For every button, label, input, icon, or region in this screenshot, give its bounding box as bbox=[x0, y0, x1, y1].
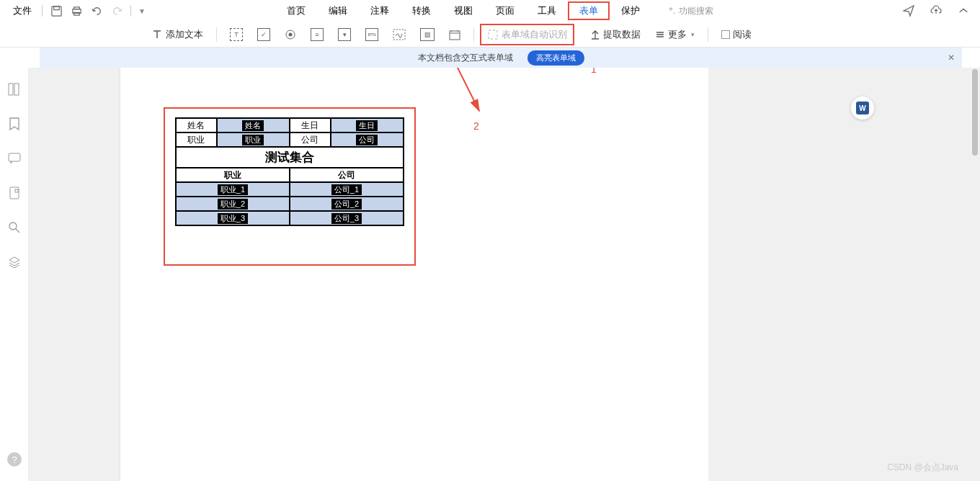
add-text-tool[interactable]: 添加文本 bbox=[144, 25, 210, 44]
text-field[interactable]: 姓名 bbox=[242, 120, 264, 131]
table-row: 职业_2 公司_2 bbox=[176, 197, 404, 211]
search-placeholder: 功能搜索 bbox=[679, 5, 713, 17]
layers-icon[interactable] bbox=[7, 255, 22, 269]
text-field[interactable]: 公司_3 bbox=[331, 213, 362, 224]
tab-convert[interactable]: 转换 bbox=[401, 1, 442, 20]
svg-rect-11 bbox=[14, 84, 19, 95]
checkbox-icon bbox=[721, 30, 730, 39]
text-icon bbox=[151, 29, 163, 40]
button-icon: BTN bbox=[365, 28, 378, 41]
tab-form[interactable]: 表单 bbox=[568, 1, 610, 20]
table-row: 职业_1 公司_1 bbox=[176, 182, 404, 197]
signature-tool[interactable] bbox=[386, 26, 413, 43]
word-icon: W bbox=[856, 102, 869, 114]
label: 生日 bbox=[301, 120, 318, 130]
form-area-highlight: 姓名 姓名 生日 生日 职业 职业 公司 公司 测试集合 bbox=[164, 107, 416, 266]
text-field[interactable]: 职业_3 bbox=[218, 213, 248, 224]
quick-access-dropdown[interactable]: ▼ bbox=[138, 7, 146, 15]
text-field[interactable]: 职业 bbox=[242, 135, 264, 145]
undo-icon[interactable] bbox=[87, 1, 106, 20]
table-row: 职业_3 公司_3 bbox=[176, 211, 404, 225]
image-tool[interactable]: ▨ bbox=[413, 25, 442, 44]
close-icon[interactable]: ✕ bbox=[948, 53, 955, 63]
upload-icon bbox=[590, 30, 600, 40]
tab-protect[interactable]: 保护 bbox=[610, 1, 651, 20]
text-field[interactable]: 公司 bbox=[356, 135, 378, 145]
comment-icon[interactable] bbox=[7, 151, 22, 166]
text-field[interactable]: 生日 bbox=[356, 120, 378, 131]
watermark: CSDN @会点Java bbox=[887, 462, 958, 474]
svg-rect-13 bbox=[10, 187, 19, 199]
date-tool[interactable] bbox=[442, 26, 468, 43]
svg-point-6 bbox=[289, 32, 293, 36]
extract-data-button[interactable]: 提取数据 bbox=[583, 25, 648, 44]
save-icon[interactable] bbox=[47, 1, 66, 20]
more-icon bbox=[655, 30, 665, 40]
svg-rect-0 bbox=[51, 6, 61, 15]
redo-icon[interactable] bbox=[107, 1, 126, 20]
thumbnail-icon[interactable] bbox=[7, 82, 22, 96]
sparkle-icon bbox=[666, 6, 676, 16]
text-field-tool[interactable]: T bbox=[223, 25, 250, 44]
export-word-button[interactable]: W bbox=[851, 96, 874, 120]
file-menu[interactable]: 文件 bbox=[7, 4, 37, 17]
table-row: 姓名 姓名 生日 生日 bbox=[176, 118, 404, 132]
text-field[interactable]: 职业_2 bbox=[218, 199, 248, 210]
column-header: 职业 bbox=[176, 168, 290, 182]
highlight-fields-button[interactable]: 高亮表单域 bbox=[527, 50, 584, 66]
form-table: 姓名 姓名 生日 生日 职业 职业 公司 公司 测试集合 bbox=[175, 117, 404, 226]
radio-tool[interactable] bbox=[277, 26, 303, 43]
search-icon[interactable] bbox=[7, 220, 22, 235]
tab-edit[interactable]: 编辑 bbox=[317, 1, 359, 20]
button-tool[interactable]: BTN bbox=[358, 25, 386, 44]
right-panel: W bbox=[708, 68, 888, 481]
canvas-area: 姓名 姓名 生日 生日 职业 职业 公司 公司 测试集合 bbox=[29, 68, 980, 481]
chevron-down-icon: ▾ bbox=[691, 31, 695, 38]
send-icon[interactable] bbox=[899, 1, 918, 20]
list-tool[interactable]: ≡ bbox=[303, 25, 331, 44]
bookmark-icon[interactable] bbox=[7, 117, 22, 131]
svg-rect-3 bbox=[74, 6, 79, 9]
read-label: 阅读 bbox=[733, 28, 752, 41]
checkbox-icon: ✓ bbox=[257, 28, 270, 41]
table-title: 测试集合 bbox=[176, 147, 404, 168]
svg-rect-9 bbox=[489, 30, 497, 39]
scrollbar-thumb[interactable] bbox=[972, 69, 978, 156]
help-icon[interactable]: ? bbox=[7, 452, 22, 467]
print-icon[interactable] bbox=[67, 1, 86, 20]
more-button[interactable]: 更多 ▾ bbox=[648, 25, 702, 44]
image-icon: ▨ bbox=[420, 28, 435, 41]
main-tabs: 首页 编辑 注释 转换 视图 页面 工具 表单 保护 bbox=[275, 1, 651, 20]
tab-view[interactable]: 视图 bbox=[442, 1, 484, 20]
extract-label: 提取数据 bbox=[603, 28, 641, 41]
separator bbox=[216, 27, 217, 42]
vertical-scrollbar[interactable] bbox=[970, 68, 980, 481]
separator bbox=[473, 27, 474, 42]
attachment-icon[interactable] bbox=[7, 186, 22, 200]
text-field[interactable]: 公司_1 bbox=[331, 184, 362, 195]
tab-tool[interactable]: 工具 bbox=[526, 1, 568, 20]
svg-rect-10 bbox=[9, 84, 13, 95]
tab-home[interactable]: 首页 bbox=[275, 1, 317, 20]
svg-point-15 bbox=[9, 222, 17, 230]
read-mode-checkbox[interactable]: 阅读 bbox=[714, 25, 759, 44]
tab-comment[interactable]: 注释 bbox=[359, 1, 401, 20]
divider bbox=[42, 5, 43, 17]
svg-rect-14 bbox=[15, 189, 18, 192]
table-row: 职业 职业 公司 公司 bbox=[176, 132, 404, 147]
text-field[interactable]: 公司_2 bbox=[331, 199, 362, 210]
add-text-label: 添加文本 bbox=[166, 28, 203, 41]
notification-bar: 本文档包含交互式表单域 高亮表单域 ✕ bbox=[40, 48, 962, 68]
signature-icon bbox=[393, 29, 406, 40]
auto-recognize-button[interactable]: 表单域自动识别 bbox=[480, 24, 574, 45]
collapse-icon[interactable] bbox=[954, 1, 973, 20]
date-icon bbox=[449, 29, 460, 40]
checkbox-tool[interactable]: ✓ bbox=[250, 25, 277, 44]
annotation-2: 2 bbox=[473, 120, 479, 132]
tab-page[interactable]: 页面 bbox=[484, 1, 526, 20]
cloud-upload-icon[interactable] bbox=[927, 1, 945, 20]
function-search[interactable]: 功能搜索 bbox=[666, 5, 713, 17]
combo-tool[interactable]: ▾ bbox=[331, 25, 358, 44]
text-field[interactable]: 职业_1 bbox=[218, 184, 248, 195]
divider bbox=[130, 5, 131, 17]
